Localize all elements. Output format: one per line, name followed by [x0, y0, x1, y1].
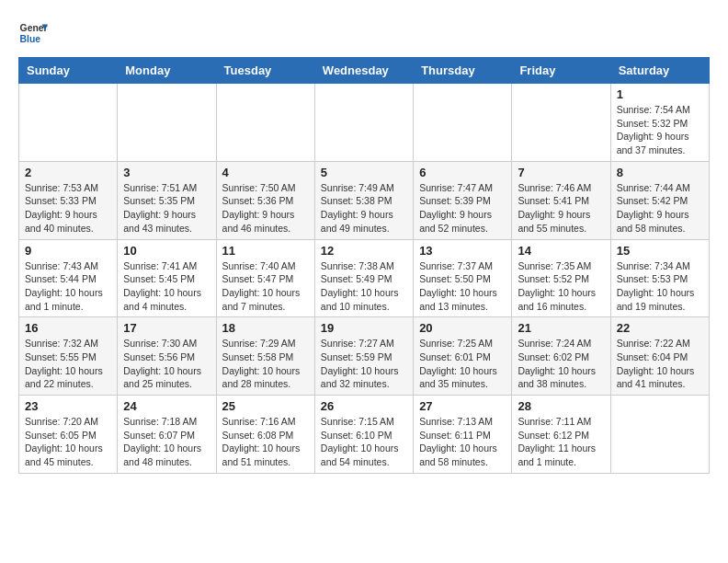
calendar-cell: 15Sunrise: 7:34 AM Sunset: 5:53 PM Dayli… — [610, 239, 709, 317]
day-number: 5 — [321, 166, 407, 179]
day-number: 24 — [123, 399, 210, 413]
day-header-thursday: Thursday — [414, 58, 512, 84]
calendar-cell: 7Sunrise: 7:46 AM Sunset: 5:41 PM Daylig… — [512, 161, 610, 239]
day-info: Sunrise: 7:37 AM Sunset: 5:50 PM Dayligh… — [419, 259, 506, 314]
day-number: 10 — [123, 244, 210, 258]
day-info: Sunrise: 7:20 AM Sunset: 6:05 PM Dayligh… — [25, 415, 111, 469]
calendar-cell: 3Sunrise: 7:51 AM Sunset: 5:35 PM Daylig… — [118, 161, 216, 239]
day-number: 22 — [617, 321, 703, 335]
day-number: 17 — [123, 321, 210, 335]
week-row-2: 2Sunrise: 7:53 AM Sunset: 5:33 PM Daylig… — [19, 161, 710, 239]
calendar-cell: 6Sunrise: 7:47 AM Sunset: 5:39 PM Daylig… — [414, 161, 512, 239]
day-number: 20 — [419, 321, 506, 335]
day-info: Sunrise: 7:27 AM Sunset: 5:59 PM Dayligh… — [321, 337, 407, 391]
calendar-cell: 18Sunrise: 7:29 AM Sunset: 5:58 PM Dayli… — [216, 317, 314, 396]
day-number: 8 — [617, 166, 703, 179]
day-info: Sunrise: 7:41 AM Sunset: 5:45 PM Dayligh… — [123, 259, 210, 314]
day-info: Sunrise: 7:44 AM Sunset: 5:42 PM Dayligh… — [617, 181, 703, 236]
day-header-saturday: Saturday — [610, 58, 709, 84]
day-info: Sunrise: 7:16 AM Sunset: 6:08 PM Dayligh… — [222, 415, 309, 469]
day-header-sunday: Sunday — [19, 58, 118, 84]
day-info: Sunrise: 7:25 AM Sunset: 6:01 PM Dayligh… — [419, 337, 506, 391]
day-number: 3 — [123, 166, 210, 179]
day-info: Sunrise: 7:34 AM Sunset: 5:53 PM Dayligh… — [617, 259, 703, 314]
calendar-cell: 9Sunrise: 7:43 AM Sunset: 5:44 PM Daylig… — [19, 239, 118, 317]
calendar-header-row: SundayMondayTuesdayWednesdayThursdayFrid… — [19, 58, 710, 84]
calendar-cell: 2Sunrise: 7:53 AM Sunset: 5:33 PM Daylig… — [19, 161, 118, 239]
week-row-4: 16Sunrise: 7:32 AM Sunset: 5:55 PM Dayli… — [19, 317, 710, 396]
logo: General Blue — [18, 18, 48, 48]
week-row-3: 9Sunrise: 7:43 AM Sunset: 5:44 PM Daylig… — [19, 239, 710, 317]
calendar-cell: 28Sunrise: 7:11 AM Sunset: 6:12 PM Dayli… — [512, 396, 610, 474]
day-info: Sunrise: 7:43 AM Sunset: 5:44 PM Dayligh… — [25, 259, 111, 314]
calendar-cell — [216, 84, 314, 162]
calendar-cell: 5Sunrise: 7:49 AM Sunset: 5:38 PM Daylig… — [314, 161, 413, 239]
day-number: 13 — [419, 244, 506, 258]
day-info: Sunrise: 7:49 AM Sunset: 5:38 PM Dayligh… — [321, 181, 407, 236]
svg-text:Blue: Blue — [20, 34, 41, 44]
day-number: 28 — [518, 399, 604, 413]
calendar-cell: 16Sunrise: 7:32 AM Sunset: 5:55 PM Dayli… — [19, 317, 118, 396]
day-header-wednesday: Wednesday — [314, 58, 413, 84]
calendar-cell — [512, 84, 610, 162]
calendar-cell: 26Sunrise: 7:15 AM Sunset: 6:10 PM Dayli… — [314, 396, 413, 474]
calendar-cell: 8Sunrise: 7:44 AM Sunset: 5:42 PM Daylig… — [610, 161, 709, 239]
calendar-cell: 21Sunrise: 7:24 AM Sunset: 6:02 PM Dayli… — [512, 317, 610, 396]
day-number: 16 — [25, 321, 111, 335]
calendar-cell: 1Sunrise: 7:54 AM Sunset: 5:32 PM Daylig… — [610, 84, 709, 162]
day-number: 27 — [419, 399, 506, 413]
calendar-cell: 10Sunrise: 7:41 AM Sunset: 5:45 PM Dayli… — [118, 239, 216, 317]
day-number: 9 — [25, 244, 111, 258]
calendar-cell — [19, 84, 118, 162]
day-number: 2 — [25, 166, 111, 179]
day-info: Sunrise: 7:35 AM Sunset: 5:52 PM Dayligh… — [518, 259, 604, 314]
day-info: Sunrise: 7:30 AM Sunset: 5:56 PM Dayligh… — [123, 337, 210, 391]
calendar-cell: 22Sunrise: 7:22 AM Sunset: 6:04 PM Dayli… — [610, 317, 709, 396]
day-info: Sunrise: 7:47 AM Sunset: 5:39 PM Dayligh… — [419, 181, 506, 236]
day-number: 26 — [321, 399, 407, 413]
day-number: 7 — [518, 166, 604, 179]
day-number: 18 — [222, 321, 309, 335]
day-number: 14 — [518, 244, 604, 258]
day-info: Sunrise: 7:38 AM Sunset: 5:49 PM Dayligh… — [321, 259, 407, 314]
day-info: Sunrise: 7:54 AM Sunset: 5:32 PM Dayligh… — [617, 103, 703, 157]
day-info: Sunrise: 7:18 AM Sunset: 6:07 PM Dayligh… — [123, 415, 210, 469]
day-header-monday: Monday — [118, 58, 216, 84]
day-number: 25 — [222, 399, 309, 413]
calendar-cell — [414, 84, 512, 162]
calendar-cell: 4Sunrise: 7:50 AM Sunset: 5:36 PM Daylig… — [216, 161, 314, 239]
day-number: 21 — [518, 321, 604, 335]
day-info: Sunrise: 7:11 AM Sunset: 6:12 PM Dayligh… — [518, 415, 604, 469]
day-info: Sunrise: 7:29 AM Sunset: 5:58 PM Dayligh… — [222, 337, 309, 391]
calendar-cell: 27Sunrise: 7:13 AM Sunset: 6:11 PM Dayli… — [414, 396, 512, 474]
day-number: 4 — [222, 166, 309, 179]
day-info: Sunrise: 7:46 AM Sunset: 5:41 PM Dayligh… — [518, 181, 604, 236]
week-row-1: 1Sunrise: 7:54 AM Sunset: 5:32 PM Daylig… — [19, 84, 710, 162]
calendar-cell: 25Sunrise: 7:16 AM Sunset: 6:08 PM Dayli… — [216, 396, 314, 474]
calendar-cell: 11Sunrise: 7:40 AM Sunset: 5:47 PM Dayli… — [216, 239, 314, 317]
day-number: 1 — [617, 87, 703, 101]
day-info: Sunrise: 7:13 AM Sunset: 6:11 PM Dayligh… — [419, 415, 506, 469]
calendar: SundayMondayTuesdayWednesdayThursdayFrid… — [18, 57, 710, 474]
day-info: Sunrise: 7:15 AM Sunset: 6:10 PM Dayligh… — [321, 415, 407, 469]
day-info: Sunrise: 7:24 AM Sunset: 6:02 PM Dayligh… — [518, 337, 604, 391]
calendar-cell: 19Sunrise: 7:27 AM Sunset: 5:59 PM Dayli… — [314, 317, 413, 396]
calendar-cell: 23Sunrise: 7:20 AM Sunset: 6:05 PM Dayli… — [19, 396, 118, 474]
calendar-cell: 17Sunrise: 7:30 AM Sunset: 5:56 PM Dayli… — [118, 317, 216, 396]
day-number: 11 — [222, 244, 309, 258]
day-info: Sunrise: 7:40 AM Sunset: 5:47 PM Dayligh… — [222, 259, 309, 314]
day-info: Sunrise: 7:22 AM Sunset: 6:04 PM Dayligh… — [617, 337, 703, 391]
calendar-cell: 13Sunrise: 7:37 AM Sunset: 5:50 PM Dayli… — [414, 239, 512, 317]
day-number: 15 — [617, 244, 703, 258]
header: General Blue — [18, 18, 710, 48]
day-number: 6 — [419, 166, 506, 179]
day-header-tuesday: Tuesday — [216, 58, 314, 84]
calendar-cell — [314, 84, 413, 162]
calendar-cell: 20Sunrise: 7:25 AM Sunset: 6:01 PM Dayli… — [414, 317, 512, 396]
logo-icon: General Blue — [18, 18, 48, 48]
calendar-cell — [118, 84, 216, 162]
day-header-friday: Friday — [512, 58, 610, 84]
calendar-cell: 24Sunrise: 7:18 AM Sunset: 6:07 PM Dayli… — [118, 396, 216, 474]
week-row-5: 23Sunrise: 7:20 AM Sunset: 6:05 PM Dayli… — [19, 396, 710, 474]
day-number: 12 — [321, 244, 407, 258]
